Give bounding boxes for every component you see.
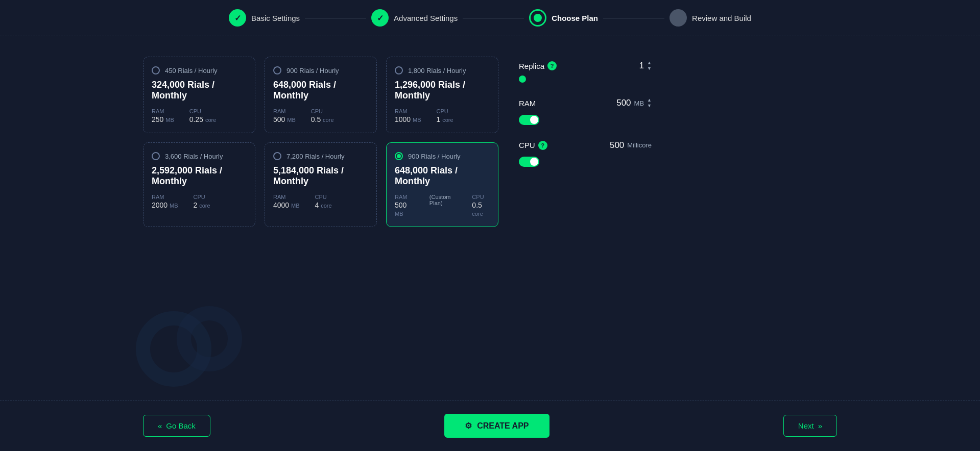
cpu-help-icon[interactable]: ? (538, 141, 547, 150)
ram-label: RAM (519, 99, 536, 108)
svg-point-0 (143, 318, 204, 380)
step-advanced-settings-icon: ✓ (371, 9, 389, 27)
plan-5-ram: RAM 4000 MB (273, 194, 300, 209)
step-choose-plan-label: Choose Plan (552, 14, 598, 22)
plan-custom-monthly: 648,000 Rials / Monthly (395, 165, 490, 187)
plan-custom-cpu: CPU 0.5 core (472, 194, 490, 217)
plan-custom-tag-group: (Custom Plan) (427, 194, 457, 217)
plan-radio-1[interactable] (152, 66, 160, 74)
plan-radio-3[interactable] (395, 66, 403, 74)
svg-point-1 (184, 313, 235, 364)
plan-card-1[interactable]: 450 Rials / Hourly 324,000 Rials / Month… (143, 57, 255, 133)
cpu-label-group: CPU ? (519, 141, 547, 150)
cpu-toggle[interactable] (519, 157, 539, 167)
plan-2-cpu: CPU 0.5 core (311, 108, 334, 123)
replica-label: Replica (519, 62, 544, 70)
plan-card-3[interactable]: 1,800 Rials / Hourly 1,296,000 Rials / M… (386, 57, 498, 133)
step-basic-settings-label: Basic Settings (251, 14, 300, 22)
cpu-header: CPU ? 500 Millicore (519, 140, 652, 151)
plan-custom-specs: RAM 500 MB (Custom Plan) CPU 0.5 core (395, 194, 490, 217)
plan-card-4[interactable]: 3,600 Rials / Hourly 2,592,000 Rials / M… (143, 142, 255, 227)
step-review-build-label: Review and Build (692, 14, 751, 22)
step-basic-settings-icon: ✓ (229, 9, 246, 27)
plan-2-ram: RAM 500 MB (273, 108, 296, 123)
step-review-build: Review and Build (670, 9, 751, 27)
replica-control: Replica ? 1 ▲ ▼ (519, 61, 652, 83)
plan-5-cpu: CPU 4 core (315, 194, 332, 209)
ram-value: 500 (616, 98, 631, 108)
bottom-bar: « Go Back ⚙ CREATE APP Next » (0, 400, 980, 451)
plan-custom-ram: RAM 500 MB (395, 194, 412, 217)
replica-label-group: Replica ? (519, 61, 557, 70)
plan-1-hourly: 450 Rials / Hourly (165, 67, 218, 74)
step-line-1 (305, 18, 366, 18)
plan-4-ram: RAM 2000 MB (152, 194, 178, 209)
stepper: ✓ Basic Settings ✓ Advanced Settings Cho… (0, 0, 980, 36)
cpu-label: CPU (519, 141, 535, 149)
ram-value-group: 500 MB ▲ ▼ (616, 98, 652, 109)
cpu-value: 500 (610, 140, 624, 151)
step-choose-plan-icon (529, 9, 546, 27)
ram-control: RAM 500 MB ▲ ▼ (519, 98, 652, 125)
plan-5-monthly: 5,184,000 Rials / Monthly (273, 165, 368, 187)
step-advanced-settings-label: Advanced Settings (394, 14, 458, 22)
plan-card-5[interactable]: 7,200 Rials / Hourly 5,184,000 Rials / M… (265, 142, 377, 227)
main-content: 450 Rials / Hourly 324,000 Rials / Month… (0, 41, 980, 242)
next-button[interactable]: Next » (783, 415, 837, 437)
plan-1-cpu: CPU 0.25 core (189, 108, 217, 123)
replica-header: Replica ? 1 ▲ ▼ (519, 61, 652, 71)
go-back-label: Go Back (166, 421, 196, 430)
ram-toggle[interactable] (519, 115, 539, 125)
ram-toggle-container (519, 115, 652, 125)
plan-4-monthly: 2,592,000 Rials / Monthly (152, 165, 247, 187)
plan-card-2-header: 900 Rials / Hourly (273, 66, 368, 74)
plan-3-specs: RAM 1000 MB CPU 1 core (395, 108, 490, 123)
cpu-unit: Millicore (627, 141, 652, 149)
create-app-button[interactable]: ⚙ CREATE APP (444, 414, 549, 438)
create-app-label: CREATE APP (477, 421, 529, 431)
next-arrow-icon: » (818, 421, 822, 430)
replica-green-dot (519, 76, 526, 83)
step-line-2 (463, 18, 524, 18)
plan-3-ram: RAM 1000 MB (395, 108, 421, 123)
step-basic-settings: ✓ Basic Settings (229, 9, 300, 27)
plan-5-hourly: 7,200 Rials / Hourly (286, 153, 344, 160)
plan-4-hourly: 3,600 Rials / Hourly (165, 153, 223, 160)
plan-4-cpu: CPU 2 core (194, 194, 210, 209)
plan-3-cpu: CPU 1 core (437, 108, 453, 123)
replica-help-icon[interactable]: ? (547, 61, 557, 70)
cpu-control: CPU ? 500 Millicore (519, 140, 652, 167)
plan-card-1-header: 450 Rials / Hourly (152, 66, 247, 74)
replica-value-group: 1 ▲ ▼ (639, 61, 652, 71)
cpu-toggle-container (519, 157, 652, 167)
plan-2-specs: RAM 500 MB CPU 0.5 core (273, 108, 368, 123)
plan-radio-4[interactable] (152, 152, 160, 160)
plan-3-hourly: 1,800 Rials / Hourly (408, 67, 466, 74)
ram-unit: MB (634, 99, 644, 107)
plan-card-2[interactable]: 900 Rials / Hourly 648,000 Rials / Month… (265, 57, 377, 133)
step-review-build-icon (670, 9, 687, 27)
plan-card-custom[interactable]: 900 Rials / Hourly 648,000 Rials / Month… (386, 142, 498, 227)
plan-3-monthly: 1,296,000 Rials / Monthly (395, 80, 490, 101)
step-choose-plan: Choose Plan (529, 9, 598, 27)
plan-radio-2[interactable] (273, 66, 281, 74)
controls-panel: Replica ? 1 ▲ ▼ RAM 500 (519, 61, 652, 227)
plan-card-3-header: 1,800 Rials / Hourly (395, 66, 490, 74)
go-back-button[interactable]: « Go Back (143, 415, 210, 437)
ram-spinner[interactable]: ▲ ▼ (647, 98, 652, 109)
plan-5-specs: RAM 4000 MB CPU 4 core (273, 194, 368, 209)
step-advanced-settings: ✓ Advanced Settings (371, 9, 458, 27)
plan-1-specs: RAM 250 MB CPU 0.25 core (152, 108, 247, 123)
background-decoration (133, 298, 235, 374)
ram-label-group: RAM (519, 99, 536, 108)
plan-radio-custom[interactable] (395, 152, 403, 160)
replica-spinner[interactable]: ▲ ▼ (647, 61, 652, 71)
plans-grid: 450 Rials / Hourly 324,000 Rials / Month… (143, 57, 498, 227)
plan-card-5-header: 7,200 Rials / Hourly (273, 152, 368, 160)
plan-radio-5[interactable] (273, 152, 281, 160)
plan-1-monthly: 324,000 Rials / Monthly (152, 80, 247, 101)
plan-1-ram: RAM 250 MB (152, 108, 174, 123)
plan-2-hourly: 900 Rials / Hourly (286, 67, 339, 74)
plan-4-specs: RAM 2000 MB CPU 2 core (152, 194, 247, 209)
step-line-3 (603, 18, 664, 18)
